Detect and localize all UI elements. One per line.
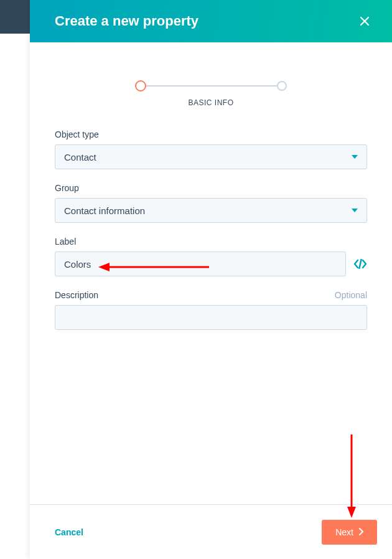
object-type-select[interactable]: Contact	[55, 144, 367, 169]
object-type-value: Contact	[64, 152, 96, 162]
internal-name-button[interactable]	[353, 258, 367, 270]
backdrop-topnav	[0, 0, 30, 34]
object-type-label: Object type	[55, 129, 99, 139]
label-field-label: Label	[55, 237, 76, 247]
chevron-down-icon	[352, 209, 358, 212]
close-button[interactable]	[355, 11, 375, 31]
create-property-modal: Create a new property BASIC INFO Object …	[30, 0, 392, 559]
optional-tag: Optional	[335, 290, 367, 300]
object-type-group: Object type Contact	[55, 129, 367, 169]
next-button[interactable]: Next	[322, 520, 377, 545]
stepper-step-1[interactable]	[135, 80, 146, 92]
close-icon	[358, 15, 371, 27]
code-icon	[353, 258, 367, 270]
group-select[interactable]: Contact information	[55, 198, 367, 223]
stepper-step-2[interactable]	[277, 81, 287, 91]
backdrop-content	[0, 34, 30, 559]
modal-body: BASIC INFO Object type Contact Group Con…	[30, 42, 392, 504]
stepper: BASIC INFO	[55, 80, 367, 107]
group-value: Contact information	[64, 205, 145, 216]
modal-header: Create a new property	[30, 0, 392, 42]
label-input[interactable]	[55, 251, 346, 276]
stepper-track	[135, 80, 287, 92]
cancel-button[interactable]: Cancel	[55, 527, 83, 537]
chevron-right-icon	[358, 527, 363, 537]
chevron-down-icon	[352, 155, 358, 159]
description-label: Description	[55, 290, 98, 300]
stepper-label: BASIC INFO	[188, 98, 233, 107]
description-group: Description Optional	[55, 290, 367, 330]
group-group: Group Contact information	[55, 183, 367, 223]
label-group: Label	[55, 237, 367, 276]
modal-footer: Cancel Next	[30, 504, 392, 559]
description-input[interactable]	[55, 305, 367, 330]
next-button-label: Next	[335, 527, 353, 537]
modal-title: Create a new property	[55, 13, 198, 29]
stepper-line	[141, 85, 281, 87]
group-label: Group	[55, 183, 79, 193]
